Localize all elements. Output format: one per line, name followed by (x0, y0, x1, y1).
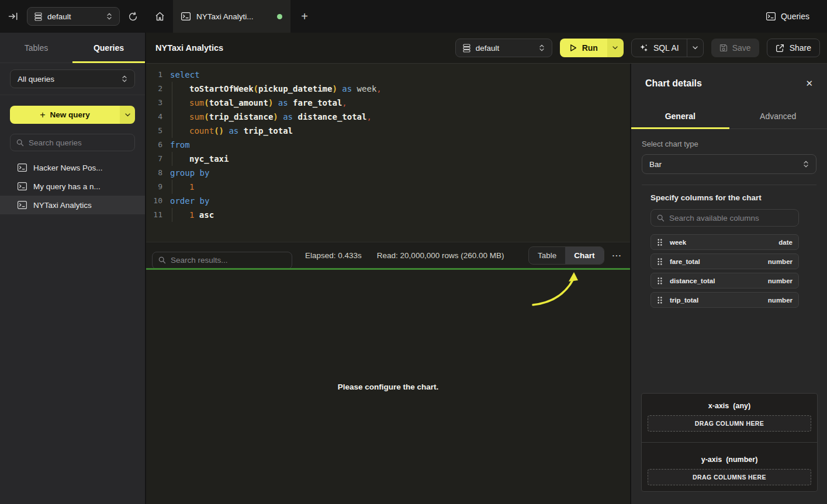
main-column: NYTaxi Analytics default (146, 33, 827, 504)
editor-tab[interactable]: NYTaxi Analyti... (173, 0, 290, 33)
query-list-item[interactable]: NYTaxi Analytics (0, 196, 145, 214)
run-label: Run (582, 43, 598, 53)
tab-tables[interactable]: Tables (0, 33, 72, 62)
line-number: 9 (146, 180, 162, 194)
code-line[interactable]: 5count() as trip_total (146, 124, 630, 138)
drag-handle-icon[interactable] (657, 277, 663, 285)
code-line[interactable]: 8group by (146, 166, 630, 180)
sql-ai-dropdown[interactable] (687, 39, 703, 57)
active-tab-underline (631, 127, 729, 129)
database-selector[interactable]: default (27, 7, 120, 26)
results-search[interactable] (152, 252, 292, 269)
axis-config: x-axis (any) DRAG COLUMN HERE y-axis (nu… (641, 393, 818, 492)
code-line[interactable]: 2toStartOfWeek(pickup_datetime) as week, (146, 82, 630, 96)
y-axis-drop-zone[interactable]: DRAG COLUMNS HERE (648, 469, 811, 485)
new-query-button[interactable]: + New query (10, 106, 135, 124)
code-line[interactable]: 111 asc (146, 208, 630, 222)
chart-type-select[interactable]: Bar (642, 154, 816, 174)
column-row[interactable]: fare_totalnumber (650, 253, 799, 269)
query-search-input[interactable] (29, 138, 129, 147)
topbar-queries-button[interactable]: Queries (766, 0, 827, 33)
code-text: group by (170, 166, 209, 180)
drag-handle-icon[interactable] (657, 258, 663, 266)
code-line[interactable]: 4sum(trip_distance) as distance_total, (146, 110, 630, 124)
y-axis-type-hint: (number) (726, 456, 757, 464)
annotation-arrow (527, 271, 586, 308)
chart-type-label: Select chart type (642, 140, 816, 148)
topbar: default NYTaxi Analyti... + (0, 0, 827, 33)
divider (0, 95, 145, 95)
code-line[interactable]: 10order by (146, 194, 630, 208)
column-row[interactable]: weekdate (650, 234, 799, 250)
code-line[interactable]: 3sum(total_amount) as fare_total, (146, 96, 630, 110)
search-icon (16, 139, 24, 147)
results-search-input[interactable] (171, 256, 286, 265)
sql-ai-button[interactable]: SQL AI (631, 39, 704, 57)
toolbar-database-selector[interactable]: default (455, 39, 552, 57)
panel-tabs: General Advanced (631, 103, 827, 129)
columns-search[interactable] (650, 209, 799, 227)
chart-empty-message: Please configure the chart. (338, 383, 439, 391)
collapse-sidebar-icon[interactable] (8, 12, 19, 20)
home-icon[interactable] (146, 0, 173, 33)
topbar-left: default (0, 0, 146, 33)
sidebar-tabs: Tables Queries (0, 33, 145, 63)
new-query-dropdown[interactable] (120, 106, 135, 124)
code-text: toStartOfWeek(pickup_datetime) as week, (170, 82, 382, 96)
run-dropdown[interactable] (607, 39, 624, 57)
code-line[interactable]: 7nyc_taxi (146, 152, 630, 166)
tabstrip: NYTaxi Analyti... + (146, 0, 319, 33)
query-filter-select[interactable]: All queries (10, 69, 135, 88)
code-text: from (170, 138, 190, 152)
columns-search-input[interactable] (669, 214, 793, 223)
code-line[interactable]: 1select (146, 68, 630, 82)
tab-general[interactable]: General (631, 103, 729, 128)
tab-advanced[interactable]: Advanced (729, 103, 827, 128)
editor-column: 1select2toStartOfWeek(pickup_datetime) a… (146, 64, 630, 504)
query-list-item[interactable]: My query has a n... (0, 177, 145, 196)
share-icon (776, 44, 784, 53)
query-search[interactable] (10, 134, 135, 151)
drag-handle-icon[interactable] (657, 296, 663, 304)
table-view-button[interactable]: Table (529, 247, 565, 264)
panel-header: Chart details ✕ (631, 64, 827, 103)
query-item-label: NYTaxi Analytics (33, 201, 92, 210)
share-button[interactable]: Share (767, 39, 820, 57)
search-icon (657, 214, 665, 222)
column-row[interactable]: distance_totalnumber (650, 273, 799, 289)
code-text: sum(trip_distance) as distance_total, (170, 110, 372, 124)
chart-view-button[interactable]: Chart (565, 247, 603, 264)
query-list-item[interactable]: Hacker News Pos... (0, 158, 145, 177)
column-row[interactable]: trip_totalnumber (650, 292, 799, 308)
plus-icon: + (40, 110, 45, 120)
sql-console-app: default NYTaxi Analyti... + (0, 0, 827, 504)
code-text: sum(total_amount) as fare_total, (170, 96, 347, 110)
results-bar: Elapsed: 0.433s Read: 20,000,000 rows (2… (146, 242, 630, 268)
column-name: fare_total (670, 258, 700, 265)
line-number: 4 (146, 110, 162, 124)
page-title: NYTaxi Analytics (155, 43, 223, 53)
unsaved-dot (277, 14, 282, 19)
save-button[interactable]: Save (711, 39, 759, 57)
new-query-label: New query (50, 110, 90, 119)
query-item-label: Hacker News Pos... (33, 164, 103, 172)
sidebar-body: All queries + New query (0, 63, 145, 214)
code-line[interactable]: 6from (146, 138, 630, 152)
tab-queries[interactable]: Queries (72, 33, 145, 62)
columns-section-label: Specify columns for the chart (650, 193, 799, 202)
more-options-icon[interactable]: ··· (613, 251, 622, 260)
refresh-icon[interactable] (128, 12, 138, 22)
x-axis-type-hint: (any) (733, 402, 750, 410)
run-button[interactable]: Run (560, 39, 624, 57)
x-axis-drop-zone[interactable]: DRAG COLUMN HERE (648, 415, 811, 432)
column-list: weekdatefare_totalnumberdistance_totalnu… (650, 234, 799, 308)
divider (642, 185, 816, 185)
close-icon[interactable]: ✕ (805, 78, 813, 89)
editor-tab-label: NYTaxi Analyti... (196, 12, 271, 21)
code-line[interactable]: 91 (146, 180, 630, 194)
drag-handle-icon[interactable] (657, 238, 663, 246)
code-text: select (170, 68, 200, 82)
chevron-updown-icon (539, 44, 545, 52)
new-tab-button[interactable]: + (290, 0, 319, 33)
sql-editor[interactable]: 1select2toStartOfWeek(pickup_datetime) a… (146, 64, 630, 242)
